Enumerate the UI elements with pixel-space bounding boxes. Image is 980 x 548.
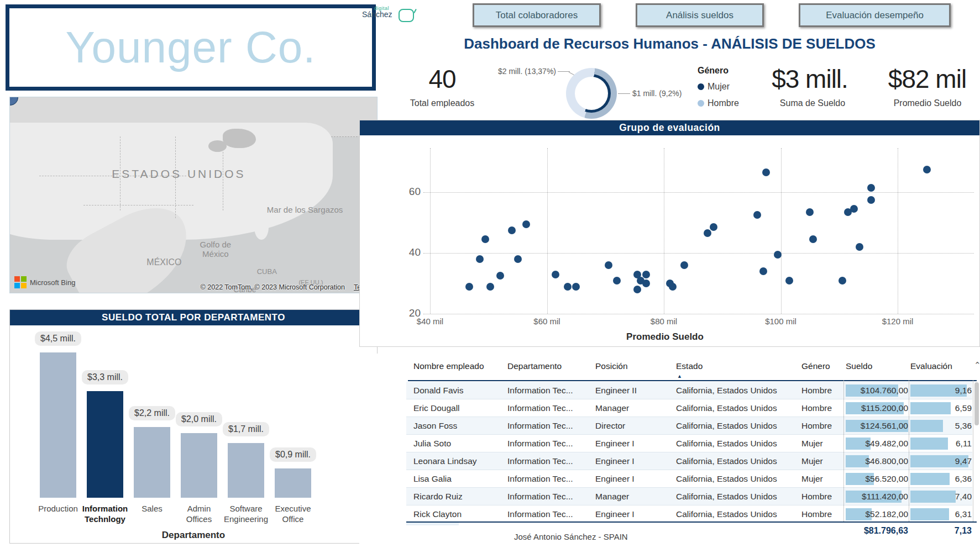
scatter-data-point[interactable] — [481, 235, 489, 243]
scatter-x-tick-label: $80 mil — [639, 317, 689, 326]
scatter-data-point[interactable] — [465, 283, 473, 291]
kpi-total-empleados-value: 40 — [412, 64, 473, 94]
scatter-data-point[interactable] — [806, 208, 814, 216]
column-header-departamento[interactable]: Departamento — [507, 361, 590, 371]
scatter-data-point[interactable] — [552, 271, 559, 278]
scatter-data-point[interactable] — [838, 277, 846, 284]
bar-information-technlogy[interactable] — [87, 391, 123, 498]
donut-callout-line — [618, 93, 630, 94]
scatter-x-axis-title: Promedio Sueldo — [554, 331, 775, 342]
scatter-data-point[interactable] — [613, 277, 621, 284]
table-row[interactable]: Julia SotoInformation Tec...Engineer ICa… — [406, 435, 972, 452]
scatter-data-point[interactable] — [856, 243, 863, 251]
scatter-data-point[interactable] — [710, 223, 717, 231]
table-row[interactable]: Eric DougallInformation Tec...ManagerCal… — [406, 399, 972, 417]
bar-executive-office[interactable] — [275, 468, 311, 498]
nav-button-evaluacion-desempeno[interactable]: Evaluación desempeño — [799, 3, 951, 27]
table-row[interactable]: Leonara LindsayInformation Tec...Enginee… — [406, 452, 972, 470]
bar-software-engineering[interactable] — [228, 443, 264, 498]
gender-donut-chart[interactable] — [566, 68, 617, 119]
scatter-gridline-h — [423, 192, 974, 193]
cell-nombre: Leonara Lindsay — [413, 452, 505, 470]
cell-sueldo: $104.760,00 — [846, 382, 908, 399]
bar-admin-offices[interactable] — [181, 433, 217, 498]
scatter-data-point[interactable] — [508, 226, 516, 234]
cell-value: $115.200,00 — [846, 399, 908, 417]
scatter-data-point[interactable] — [923, 166, 931, 173]
cell-value: 7,40 — [910, 488, 972, 505]
cell-value: 6,11 — [910, 435, 972, 452]
bar-chart-panel: SUELDO TOTAL POR DEPARTAMENTO Departamen… — [9, 309, 378, 544]
scatter-y-tick-label: 40 — [382, 246, 421, 259]
scatter-gridline-v — [664, 148, 664, 314]
cell-value: 6,59 — [910, 399, 972, 417]
scatter-data-point[interactable] — [476, 255, 484, 263]
cell-departamento: Information Tec... — [507, 382, 590, 399]
cell-value: $49.482,00 — [846, 435, 908, 452]
vendor-logo-name: Sánchez — [362, 10, 392, 19]
scatter-data-point[interactable] — [774, 251, 782, 259]
table-row[interactable]: Lisa GaliaInformation Tec...Engineer ICa… — [406, 470, 972, 488]
column-header-estado[interactable]: Estado — [676, 361, 798, 371]
nav-button-total-colaboradores[interactable]: Total colaboradores — [473, 3, 601, 27]
scatter-gridline-v — [781, 148, 782, 314]
map-label-cuba: CUBA — [245, 267, 289, 276]
column-header-nombre[interactable]: Nombre empleado — [413, 361, 505, 371]
cell-value: 9,47 — [910, 452, 972, 470]
column-header-evaluacion[interactable]: Evaluación — [910, 361, 972, 371]
scatter-data-point[interactable] — [785, 277, 793, 284]
table-row[interactable]: Donald FavisInformation Tec...Engineer I… — [406, 382, 972, 399]
total-row-divider — [406, 521, 977, 523]
scatter-data-point[interactable] — [867, 184, 875, 192]
legend-dot-icon — [698, 83, 704, 90]
scatter-data-point[interactable] — [642, 280, 650, 287]
donut-callout-line — [558, 71, 570, 72]
scatter-data-point[interactable] — [753, 211, 761, 219]
scatter-data-point[interactable] — [850, 205, 858, 213]
bing-map[interactable]: ESTADOS UNIDOS MÉXICO Golfo de México CU… — [9, 97, 378, 293]
table-row[interactable]: Rick ClaytonInformation Tec...Engineer I… — [406, 505, 972, 523]
scatter-data-point[interactable] — [680, 261, 688, 269]
scatter-data-point[interactable] — [704, 229, 711, 237]
table-scroll-up-icon[interactable]: ⌃ — [974, 360, 980, 370]
scatter-data-point[interactable] — [633, 286, 641, 293]
scatter-data-point[interactable] — [669, 283, 677, 291]
column-header-sueldo[interactable]: Sueldo — [846, 361, 908, 371]
table-scrollbar-thumb[interactable] — [974, 382, 979, 425]
kpi-promedio-sueldo-value: $82 mil — [882, 64, 973, 94]
scatter-data-point[interactable] — [564, 283, 572, 291]
scatter-data-point[interactable] — [514, 255, 522, 263]
scatter-x-tick-label: $100 mil — [756, 317, 806, 326]
column-header-genero[interactable]: Género — [801, 361, 843, 371]
table-row[interactable]: Jason FossInformation Tec...DirectorCali… — [406, 417, 972, 435]
scatter-data-point[interactable] — [486, 283, 494, 291]
table-row[interactable]: Ricardo RuizInformation Tec...ManagerCal… — [406, 488, 972, 505]
scatter-data-point[interactable] — [762, 168, 770, 176]
scatter-data-point[interactable] — [809, 235, 817, 243]
nav-button-analisis-sueldos[interactable]: Análisis sueldos — [636, 3, 764, 27]
gender-legend-item[interactable]: Hombre — [698, 98, 739, 108]
column-separator — [909, 380, 909, 521]
cell-posicion: Director — [595, 417, 673, 435]
bar-production[interactable] — [40, 352, 76, 498]
cell-nombre: Lisa Galia — [413, 470, 505, 488]
scatter-data-point[interactable] — [605, 261, 612, 269]
scatter-data-point[interactable] — [496, 272, 504, 280]
map-label-mexico: MÉXICO — [135, 257, 193, 267]
column-header-posicion[interactable]: Posición — [595, 361, 673, 371]
cell-departamento: Information Tec... — [507, 417, 590, 435]
gender-legend-item[interactable]: Mujer — [698, 82, 739, 92]
scatter-data-point[interactable] — [522, 220, 530, 228]
kpi-promedio-sueldo-label: Promedio Sueldo — [883, 98, 972, 108]
cell-estado: California, Estados Unidos — [676, 452, 798, 470]
cell-genero: Mujer — [801, 435, 843, 452]
bar-sales[interactable] — [134, 427, 170, 498]
scatter-data-point[interactable] — [759, 267, 767, 275]
report-author: José Antonio Sánchez - SPAIN — [514, 525, 793, 548]
scatter-data-point[interactable] — [642, 271, 650, 278]
scatter-data-point[interactable] — [572, 283, 580, 291]
cell-departamento: Information Tec... — [507, 399, 590, 417]
scatter-data-point[interactable] — [867, 196, 875, 204]
employee-table: Nombre empleadoDepartamentoPosiciónEstad… — [359, 354, 980, 548]
legend-item-label: Mujer — [708, 82, 730, 92]
